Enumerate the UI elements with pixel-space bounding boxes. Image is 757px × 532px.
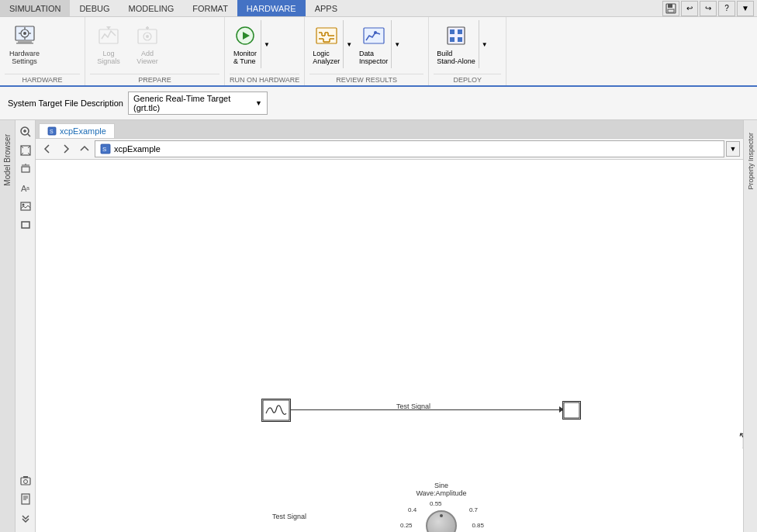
gauge-label: Test Signal: [231, 513, 347, 520]
menu-debug[interactable]: DEBUG: [70, 0, 119, 16]
knob-label-top: 0.55: [430, 500, 442, 507]
svg-rect-1: [668, 4, 672, 8]
ribbon-review-content: Logic Analyzer ▼ Data Inspecto: [309, 20, 423, 74]
breadcrumb-icon: S: [100, 143, 111, 154]
zoom-in-button[interactable]: [17, 123, 34, 140]
doc-button[interactable]: [17, 490, 34, 507]
breadcrumb-dropdown[interactable]: ▼: [726, 141, 740, 157]
help-button[interactable]: ?: [718, 1, 735, 16]
model-browser-tab[interactable]: Model Browser: [2, 128, 13, 192]
property-inspector-panel: Property Inspector: [743, 120, 757, 532]
breadcrumb-text: xcpExample: [114, 144, 161, 154]
ribbon-hardware-label: HARDWARE: [5, 74, 80, 84]
knob-container[interactable]: Sine Wave:Amplitude 0.55 0.4 0.7 0.25 0.…: [399, 482, 484, 532]
svg-point-60: [23, 480, 27, 484]
logic-analyzer-icon: [314, 23, 339, 50]
ribbon-deploy-label: DEPLOY: [434, 74, 501, 84]
diagram-canvas[interactable]: Test Signal Test Signal: [36, 160, 743, 532]
data-inspector-arrow[interactable]: ▼: [391, 20, 403, 68]
svg-rect-40: [458, 29, 462, 34]
nav-up-button[interactable]: [76, 141, 93, 157]
logic-analyzer-arrow[interactable]: ▼: [343, 20, 354, 68]
target-select[interactable]: Generic Real-Time Target (grt.tlc) ▼: [128, 92, 268, 115]
build-standalone-arrow[interactable]: ▼: [479, 20, 490, 68]
save-button[interactable]: [662, 1, 679, 16]
ribbon: Hardware Settings HARDWARE Log Signals: [0, 17, 757, 87]
menu-modeling[interactable]: MODELING: [119, 0, 184, 16]
log-signals-button[interactable]: Log Signals: [90, 20, 127, 68]
ribbon-prepare-label: PREPARE: [90, 74, 219, 84]
ribbon-section-prepare: Log Signals Add Viewer PREPARE: [85, 17, 225, 85]
svg-rect-5: [16, 43, 33, 44]
knob-label-left: 0.25: [400, 522, 413, 529]
menu-right-buttons: ↩ ↪ ? ▼: [662, 1, 757, 16]
data-inspector-button-group: Data Inspector ▼: [356, 20, 403, 68]
left-sidebar-bottom: [17, 472, 34, 529]
ribbon-run-label: RUN ON HARDWARE: [230, 74, 299, 84]
image-button[interactable]: [17, 198, 34, 215]
canvas-area: S xcpExample: [36, 120, 743, 532]
display-block[interactable]: [562, 401, 581, 420]
zoom-block-button[interactable]: [17, 161, 34, 178]
redo-button[interactable]: ↪: [700, 1, 717, 16]
nav-back-button[interactable]: [39, 141, 56, 157]
model-browser-panel: Model Browser: [0, 120, 16, 532]
monitor-tune-dropdown-icon: ▼: [264, 41, 270, 48]
display-icon: [563, 402, 580, 419]
xcp-example-tab[interactable]: S xcpExample: [39, 123, 115, 138]
build-standalone-button[interactable]: Build Stand-Alone: [434, 20, 479, 68]
build-standalone-button-group: Build Stand-Alone ▼: [434, 20, 489, 68]
logic-analyzer-dropdown-icon: ▼: [346, 41, 352, 48]
build-standalone-icon: [444, 23, 468, 50]
hardware-settings-button[interactable]: Hardware Settings: [5, 20, 44, 68]
ribbon-section-run: Monitor & Tune ▼ RUN ON HARDWARE: [225, 17, 305, 85]
camera-button[interactable]: [17, 472, 34, 489]
menu-hardware[interactable]: HARDWARE: [237, 0, 306, 16]
monitor-tune-arrow[interactable]: ▼: [261, 20, 272, 68]
signal-generator-block[interactable]: [261, 399, 291, 422]
build-standalone-label: Build Stand-Alone: [437, 50, 475, 65]
expand-button[interactable]: ▼: [737, 1, 754, 16]
rectangle-button[interactable]: [17, 216, 34, 233]
gauge-svg: 0 0.2 0.4 0.6 0.8: [239, 522, 340, 532]
knob-label-right: 0.85: [472, 522, 484, 529]
data-inspector-label: Data Inspector: [359, 50, 388, 65]
svg-text:a: a: [26, 185, 29, 191]
property-inspector-tab[interactable]: Property Inspector: [745, 128, 756, 195]
undo-button[interactable]: ↩: [681, 1, 698, 16]
logic-analyzer-button[interactable]: Logic Analyzer: [309, 20, 343, 68]
canvas-toolbar: S xcpExample ▼: [36, 139, 743, 160]
signal-gen-icon: [262, 399, 290, 421]
data-inspector-button[interactable]: Data Inspector: [356, 20, 391, 68]
menu-format[interactable]: FORMAT: [183, 0, 237, 16]
log-signals-icon: [96, 23, 121, 48]
gauge-container[interactable]: Test Signal 0 0.2: [231, 513, 347, 532]
logic-analyzer-label: Logic Analyzer: [313, 50, 340, 65]
svg-rect-2: [668, 9, 674, 12]
knob-dial[interactable]: [426, 510, 457, 532]
monitor-tune-label: Monitor & Tune: [233, 50, 257, 65]
ribbon-deploy-content: Build Stand-Alone ▼: [434, 20, 501, 74]
svg-rect-38: [450, 29, 455, 34]
add-viewer-button[interactable]: Add Viewer: [129, 20, 166, 68]
log-signals-label: Log Signals: [97, 50, 120, 65]
menu-simulation[interactable]: SIMULATION: [0, 0, 70, 16]
nav-forward-button[interactable]: [57, 141, 74, 157]
menu-apps[interactable]: APPS: [306, 0, 347, 16]
ribbon-section-review: Logic Analyzer ▼ Data Inspecto: [305, 17, 429, 85]
collapse-button[interactable]: [17, 509, 34, 526]
knob-label-upper-right: 0.7: [469, 506, 478, 513]
build-standalone-dropdown-icon: ▼: [482, 41, 488, 48]
data-inspector-icon: [361, 23, 386, 50]
svg-text:S: S: [50, 129, 54, 134]
svg-point-17: [146, 35, 149, 38]
svg-rect-51: [22, 167, 29, 172]
target-value: Generic Real-Time Target (grt.tlc): [133, 94, 255, 112]
fit-screen-button[interactable]: [17, 142, 34, 159]
text-size-button[interactable]: A a: [17, 179, 34, 196]
knob-title: Sine Wave:Amplitude: [399, 482, 484, 497]
target-label: System Target File Description: [8, 98, 123, 108]
monitor-tune-button[interactable]: Monitor & Tune: [230, 20, 261, 68]
ribbon-run-content: Monitor & Tune ▼: [230, 20, 299, 74]
data-inspector-dropdown-icon: ▼: [394, 41, 400, 48]
